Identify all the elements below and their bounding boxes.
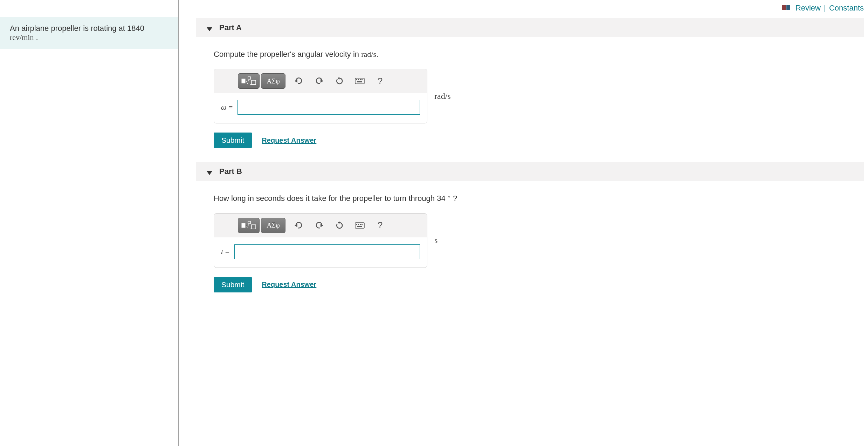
- greek-letters-button[interactable]: ΑΣφ: [261, 218, 285, 233]
- part-a-prompt-unit: rad/s: [361, 50, 376, 59]
- svg-rect-14: [360, 79, 361, 80]
- redo-icon[interactable]: [312, 218, 326, 232]
- svg-rect-11: [355, 78, 364, 84]
- part-b-answer-box: √ ΑΣφ: [214, 213, 427, 268]
- part-b-toolbar: √ ΑΣφ: [214, 214, 427, 237]
- part-a-answer-row: ω =: [214, 93, 427, 123]
- keyboard-icon[interactable]: [353, 218, 367, 232]
- svg-rect-27: [356, 224, 357, 225]
- math-templates-button[interactable]: √: [238, 73, 260, 89]
- svg-rect-30: [361, 224, 363, 225]
- part-b-request-answer-link[interactable]: Request Answer: [262, 281, 316, 289]
- svg-rect-3: [242, 79, 245, 83]
- svg-rect-15: [361, 79, 363, 80]
- help-icon[interactable]: ?: [373, 218, 387, 232]
- part-a-actions: Submit Request Answer: [214, 133, 864, 148]
- part-a-prompt-suffix: .: [376, 50, 378, 59]
- part-b-unit: s: [434, 236, 438, 245]
- svg-marker-10: [338, 77, 339, 80]
- redo-icon[interactable]: [312, 74, 326, 88]
- problem-unit: rev/min: [10, 33, 34, 42]
- problem-panel: An airplane propeller is rotating at 184…: [0, 0, 179, 446]
- problem-statement: An airplane propeller is rotating at 184…: [0, 17, 178, 49]
- part-b-prompt-prefix: How long in seconds does it take for the…: [214, 194, 437, 203]
- svg-rect-6: [252, 80, 256, 85]
- part-a-unit: rad/s: [434, 92, 451, 101]
- part-b-answer-row: t =: [214, 237, 427, 268]
- part-b-submit-button[interactable]: Submit: [214, 277, 252, 292]
- problem-text-suffix: .: [34, 33, 38, 42]
- svg-rect-0: [782, 5, 786, 10]
- problem-value: 1840: [127, 24, 144, 33]
- part-b-actions: Submit Request Answer: [214, 277, 864, 292]
- part-b-angle: 34: [437, 194, 445, 203]
- undo-icon[interactable]: [292, 218, 306, 232]
- svg-rect-26: [355, 223, 364, 228]
- svg-rect-13: [358, 79, 359, 80]
- math-templates-button[interactable]: √: [238, 218, 260, 233]
- svg-rect-16: [357, 81, 362, 82]
- part-b-body: How long in seconds does it take for the…: [179, 181, 864, 306]
- part-a-title: Part A: [219, 23, 242, 32]
- help-icon[interactable]: ?: [373, 74, 387, 88]
- problem-text-prefix: An airplane propeller is rotating at: [10, 24, 127, 33]
- chevron-down-icon: [207, 25, 212, 34]
- part-a-variable: ω =: [221, 103, 233, 112]
- svg-rect-31: [357, 226, 362, 227]
- svg-text:√: √: [246, 79, 249, 85]
- constants-link[interactable]: Constants: [829, 4, 864, 12]
- book-icon: [782, 4, 791, 13]
- part-a-submit-button[interactable]: Submit: [214, 133, 252, 148]
- chevron-down-icon: [207, 168, 212, 177]
- svg-rect-18: [242, 223, 245, 228]
- part-b-variable: t =: [221, 247, 229, 256]
- part-a-toolbar: √ ΑΣφ: [214, 69, 427, 93]
- svg-rect-21: [252, 225, 256, 229]
- part-b-title: Part B: [219, 167, 242, 176]
- svg-rect-12: [356, 79, 357, 80]
- part-a-request-answer-link[interactable]: Request Answer: [262, 136, 316, 144]
- svg-marker-17: [207, 171, 212, 175]
- answer-panel: Review | Constants Part A Compute the pr…: [179, 0, 868, 446]
- keyboard-icon[interactable]: [353, 74, 367, 88]
- part-a-prompt: Compute the propeller's angular velocity…: [214, 50, 864, 59]
- svg-marker-2: [207, 27, 212, 31]
- part-a-input[interactable]: [237, 100, 420, 115]
- reset-icon[interactable]: [332, 74, 346, 88]
- part-b-prompt-suffix: ?: [453, 194, 457, 203]
- degree-symbol: ∘: [448, 194, 451, 199]
- svg-marker-25: [338, 221, 339, 224]
- part-a-prompt-prefix: Compute the propeller's angular velocity…: [214, 50, 361, 59]
- part-b-prompt: How long in seconds does it take for the…: [214, 194, 864, 203]
- svg-rect-1: [786, 5, 790, 10]
- link-separator: |: [824, 4, 826, 12]
- greek-letters-button[interactable]: ΑΣφ: [261, 73, 285, 89]
- svg-rect-29: [360, 224, 361, 225]
- svg-text:√: √: [246, 223, 249, 229]
- part-a-body: Compute the propeller's angular velocity…: [179, 37, 864, 162]
- review-link[interactable]: Review: [795, 4, 821, 12]
- undo-icon[interactable]: [292, 74, 306, 88]
- part-a-answer-box: √ ΑΣφ: [214, 69, 427, 123]
- part-b-header[interactable]: Part B: [196, 162, 864, 181]
- part-b-input[interactable]: [234, 244, 420, 259]
- top-links: Review | Constants: [179, 0, 864, 18]
- part-a-header[interactable]: Part A: [196, 18, 864, 37]
- reset-icon[interactable]: [332, 218, 346, 232]
- svg-rect-28: [358, 224, 359, 225]
